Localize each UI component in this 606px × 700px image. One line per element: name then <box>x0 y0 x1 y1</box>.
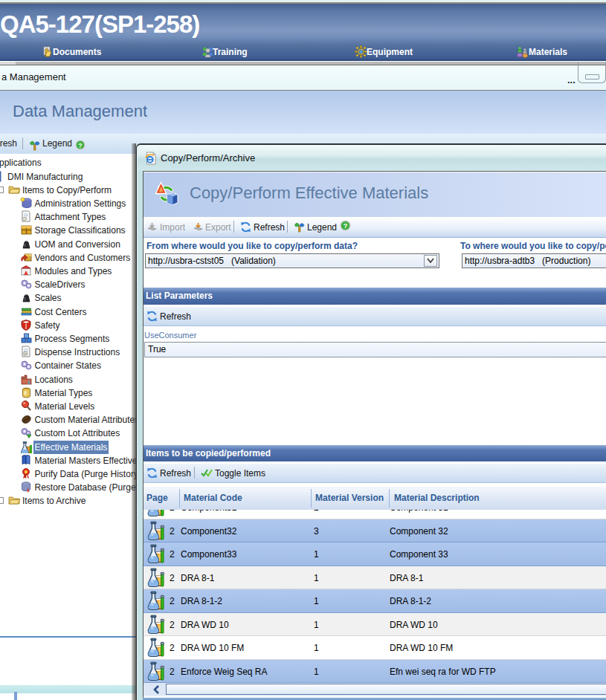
svg-text:?: ? <box>78 142 82 149</box>
svg-text:?: ? <box>344 222 348 230</box>
